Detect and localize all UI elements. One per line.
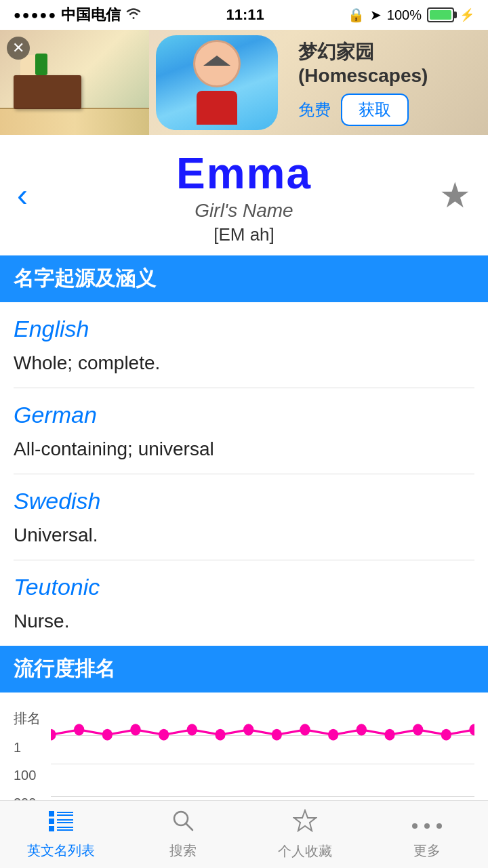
origin-language-swedish: Swedish: [14, 488, 474, 514]
svg-rect-22: [49, 826, 54, 831]
svg-point-11: [357, 724, 367, 735]
name-title: Emma: [176, 148, 312, 199]
list-icon: [49, 809, 73, 838]
tab-favorites-label: 个人收藏: [278, 842, 332, 861]
svg-rect-19: [49, 819, 54, 824]
tab-search-label: 搜索: [169, 842, 197, 860]
ad-banner: ✕ 梦幻家园 (Homescapes) 免费 获取: [0, 30, 488, 135]
ad-close-button[interactable]: ✕: [7, 37, 30, 60]
origin-item-teutonic: Teutonic Nurse.: [14, 560, 474, 646]
name-type: Girl's Name: [176, 200, 312, 222]
y-label-rank: 排名: [14, 709, 41, 728]
back-button[interactable]: ‹: [17, 179, 28, 211]
tab-more[interactable]: 更多: [366, 802, 488, 867]
battery-icon: [427, 7, 454, 22]
svg-point-0: [51, 729, 56, 741]
tab-more-label: 更多: [413, 842, 441, 860]
svg-rect-17: [57, 812, 73, 813]
y-label-1: 1: [14, 740, 41, 756]
more-icon: [412, 809, 442, 838]
status-time: 11:11: [226, 6, 264, 24]
carrier-label: 中国电信: [61, 5, 121, 25]
origin-item-swedish: Swedish Universal.: [14, 474, 474, 560]
name-info: Emma Girl's Name [EM ah]: [176, 148, 312, 245]
tab-list[interactable]: 英文名列表: [0, 802, 122, 867]
tab-favorites[interactable]: 个人收藏: [244, 802, 366, 867]
svg-point-9: [300, 724, 310, 735]
popularity-section-header: 流行度排名: [0, 646, 488, 693]
svg-line-26: [186, 823, 192, 830]
origin-meaning-english: Whole; complete.: [14, 349, 474, 377]
origin-language-teutonic: Teutonic: [14, 574, 474, 600]
svg-point-6: [215, 729, 225, 741]
svg-point-1: [74, 724, 84, 735]
name-phonetic: [EM ah]: [176, 224, 312, 245]
search-icon: [172, 809, 194, 838]
svg-point-14: [441, 729, 451, 741]
signal-dots: ●●●●●: [14, 8, 57, 22]
origin-language-english: English: [14, 316, 474, 342]
svg-point-28: [412, 823, 418, 829]
svg-point-15: [469, 724, 474, 735]
battery-percent: 100%: [387, 7, 422, 23]
status-bar: ●●●●● 中国电信 11:11 🔒 ➤ 100% ⚡: [0, 0, 488, 30]
ad-content: 梦幻家园 (Homescapes) 免费 获取: [285, 30, 488, 135]
svg-point-29: [424, 823, 430, 829]
origin-list: English Whole; complete. German All-cont…: [0, 302, 488, 646]
wifi-icon: [125, 5, 142, 24]
svg-point-12: [384, 729, 394, 741]
origin-meaning-german: All-containing; universal: [14, 435, 474, 463]
svg-point-8: [272, 729, 282, 741]
ad-get-button[interactable]: 获取: [341, 94, 409, 126]
ad-free-label: 免费: [298, 99, 331, 121]
tab-list-label: 英文名列表: [27, 842, 95, 860]
y-label-100: 100: [14, 768, 41, 783]
svg-rect-16: [49, 811, 54, 817]
svg-marker-27: [294, 810, 316, 831]
svg-point-10: [328, 729, 338, 741]
location-icon: ➤: [370, 7, 382, 23]
status-right: 🔒 ➤ 100% ⚡: [348, 7, 474, 23]
origin-item-english: English Whole; complete.: [14, 302, 474, 388]
svg-point-30: [436, 823, 442, 829]
svg-point-3: [130, 724, 140, 735]
origin-meaning-swedish: Universal.: [14, 521, 474, 550]
ad-game-icon[interactable]: [156, 35, 278, 130]
svg-point-13: [413, 724, 423, 735]
svg-point-7: [243, 724, 253, 735]
ad-title: 梦幻家园 (Homescapes): [298, 39, 474, 87]
origin-section-header: 名字起源及涵义: [0, 255, 488, 302]
origin-language-german: German: [14, 402, 474, 428]
lock-icon: 🔒: [348, 7, 365, 23]
favorites-icon: [293, 809, 317, 838]
svg-rect-24: [57, 829, 73, 831]
status-left: ●●●●● 中国电信: [14, 5, 142, 25]
name-header: ‹ Emma Girl's Name [EM ah] ★: [0, 135, 488, 255]
svg-rect-20: [57, 819, 73, 821]
charging-icon: ⚡: [460, 7, 474, 22]
origin-meaning-teutonic: Nurse.: [14, 607, 474, 636]
svg-rect-18: [57, 814, 73, 816]
favorite-button[interactable]: ★: [439, 175, 471, 215]
tab-bar: 英文名列表 搜索 个人收藏 更多: [0, 800, 488, 868]
svg-point-2: [102, 729, 113, 741]
tab-search[interactable]: 搜索: [122, 802, 244, 867]
svg-rect-21: [57, 822, 73, 823]
ad-buttons: 免费 获取: [298, 94, 474, 126]
origin-item-german: German All-containing; universal: [14, 388, 474, 474]
svg-rect-23: [57, 827, 73, 828]
svg-point-5: [187, 724, 197, 735]
svg-point-4: [159, 729, 169, 741]
